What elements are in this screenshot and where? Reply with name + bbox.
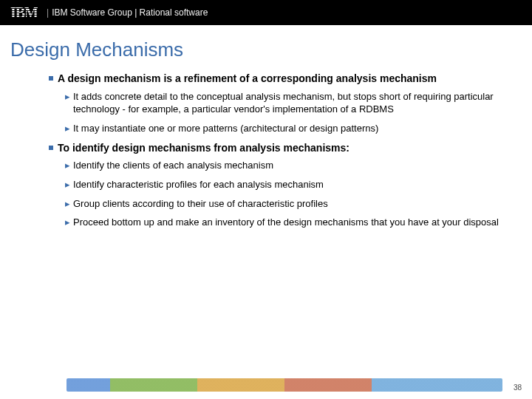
list-item: ▸ It adds concrete detail to the concept… [65, 90, 502, 116]
square-bullet-icon [49, 146, 53, 150]
arrow-bullet-icon: ▸ [65, 122, 70, 135]
list-item-text: Identify the clients of each analysis me… [73, 159, 273, 172]
ibm-logo-text: IBM [10, 4, 38, 21]
list-item-text: Proceed bottom up and make an inventory … [73, 216, 499, 229]
arrow-bullet-icon: ▸ [65, 90, 70, 103]
footer-graphic [66, 378, 502, 392]
arrow-bullet-icon: ▸ [65, 178, 70, 191]
list-item-text: It adds concrete detail to the conceptua… [73, 90, 502, 116]
list-item-text: Group clients according to their use of … [73, 197, 328, 211]
list-item-text: It may instantiate one or more patterns … [73, 122, 378, 135]
page-number: 38 [514, 383, 522, 392]
arrow-bullet-icon: ▸ [65, 197, 70, 211]
section-1: A design mechanism is a refinement of a … [49, 72, 502, 135]
list-item: ▸ Proceed bottom up and make an inventor… [65, 216, 502, 229]
section-2-head-text: To identify design mechanisms from analy… [58, 141, 349, 155]
section-1-head-text: A design mechanism is a refinement of a … [58, 72, 437, 86]
list-item: ▸ Identify characteristic profiles for e… [65, 178, 502, 191]
list-item: ▸ Group clients according to their use o… [65, 197, 502, 211]
square-bullet-icon [49, 76, 53, 81]
list-item: ▸ It may instantiate one or more pattern… [65, 122, 502, 135]
section-1-head: A design mechanism is a refinement of a … [49, 72, 502, 86]
header-text: IBM Software Group | Rational software [52, 7, 208, 18]
page-title: Design Mechanisms [0, 25, 532, 72]
section-2: To identify design mechanisms from analy… [49, 141, 502, 229]
section-2-head: To identify design mechanisms from analy… [49, 141, 502, 155]
list-item: ▸ Identify the clients of each analysis … [65, 159, 502, 172]
list-item-text: Identify characteristic profiles for eac… [73, 178, 324, 191]
arrow-bullet-icon: ▸ [65, 216, 70, 229]
header-divider: | [47, 7, 49, 18]
ibm-logo: IBM [10, 4, 38, 21]
header-bar: IBM | IBM Software Group | Rational soft… [0, 0, 532, 25]
arrow-bullet-icon: ▸ [65, 159, 70, 172]
slide-content: A design mechanism is a refinement of a … [0, 72, 532, 229]
